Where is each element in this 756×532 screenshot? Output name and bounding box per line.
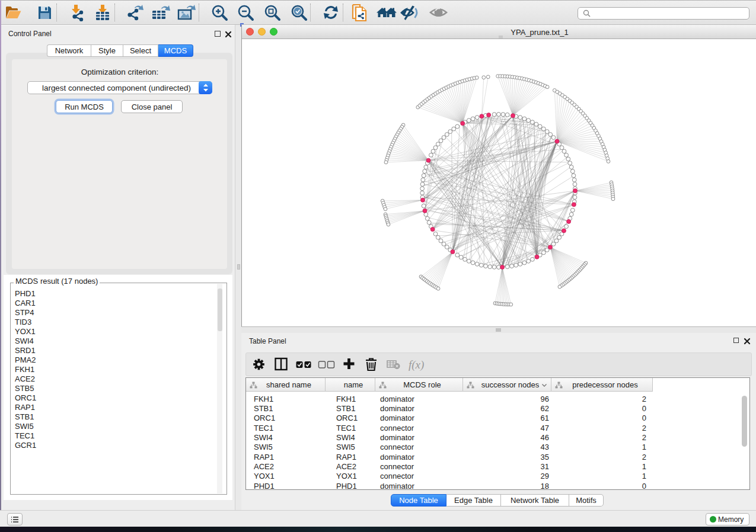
svg-text:f(x): f(x) bbox=[409, 358, 424, 371]
